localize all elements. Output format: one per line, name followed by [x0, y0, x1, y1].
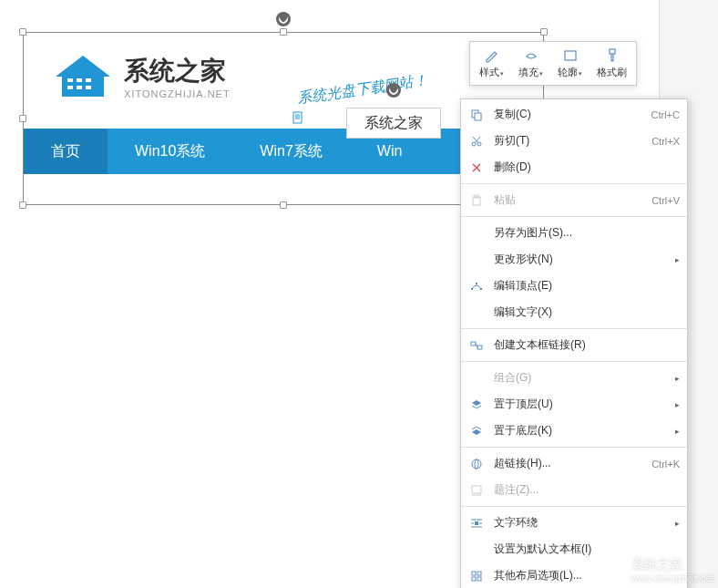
fill-button[interactable]: 填充▾ [511, 44, 550, 83]
menu-hyperlink[interactable]: 超链接(H)... Ctrl+K [461, 450, 687, 477]
menu-separator [461, 183, 687, 184]
menu-delete[interactable]: 删除(D) [461, 154, 687, 181]
resize-handle-bl[interactable] [19, 201, 26, 209]
svg-rect-6 [293, 112, 302, 123]
menu-group-label: 组合(G) [494, 370, 675, 386]
menu-separator [461, 506, 687, 507]
rotation-handle-main[interactable] [276, 12, 291, 26]
outline-label: 轮廓 [558, 67, 578, 77]
svg-rect-23 [480, 288, 482, 290]
textbox-content: 系统之家 [364, 114, 423, 133]
logo-text-english: XITONGZHIJIA.NET [124, 88, 231, 99]
menu-bring-to-top-label: 置于顶层(U) [494, 397, 675, 412]
svg-point-28 [472, 459, 481, 469]
copy-icon [468, 108, 485, 122]
menu-cut[interactable]: 剪切(T) Ctrl+X [461, 128, 687, 154]
menu-text-wrap[interactable]: 文字环绕 ▸ [461, 510, 687, 536]
resize-handle-ml[interactable] [19, 115, 26, 122]
menu-separator [461, 361, 687, 362]
svg-rect-11 [610, 49, 615, 54]
vertex-icon [468, 279, 485, 294]
menu-edit-text-label: 编辑文字(X) [494, 304, 680, 320]
anchor-icon [292, 111, 304, 129]
svg-rect-13 [475, 113, 481, 120]
menu-bring-to-bottom[interactable]: 置于底层(K) ▸ [461, 418, 687, 444]
menu-paste-shortcut: Ctrl+V [651, 195, 680, 206]
menu-group: 组合(G) ▸ [461, 365, 687, 391]
layout-icon [468, 569, 485, 583]
watermark-text: 系统之家 [631, 557, 713, 573]
watermark-logo-icon [600, 559, 627, 582]
menu-separator [461, 216, 687, 217]
submenu-arrow-icon: ▸ [675, 255, 680, 264]
resize-handle-tl[interactable] [19, 28, 26, 36]
menu-bring-to-top[interactable]: 置于顶层(U) ▸ [461, 391, 687, 418]
menu-paste: 粘贴 Ctrl+V [461, 187, 687, 213]
svg-rect-40 [477, 577, 481, 581]
style-label: 样式 [479, 67, 499, 77]
format-toolbar: 样式▾ 填充▾ 轮廓▾ 格式刷 [469, 41, 637, 86]
hyperlink-icon [468, 457, 485, 471]
layer-bottom-icon [468, 424, 485, 438]
fill-label: 填充 [518, 67, 538, 77]
nav-win7: Win7系统 [232, 129, 349, 174]
menu-copy[interactable]: 复制(C) Ctrl+C [461, 101, 687, 128]
menu-set-default-textbox-label: 设置为默认文本框(I) [494, 542, 680, 557]
submenu-arrow-icon: ▸ [675, 400, 680, 409]
context-menu: 复制(C) Ctrl+C 剪切(T) Ctrl+X 删除(D) 粘贴 Ctrl+… [460, 98, 688, 588]
textbox-object[interactable]: 系统之家 [346, 108, 441, 139]
submenu-arrow-icon: ▸ [675, 519, 680, 528]
submenu-arrow-icon: ▸ [675, 374, 680, 383]
rotation-handle-textbox[interactable] [386, 83, 401, 98]
menu-save-as-image[interactable]: 另存为图片(S)... [461, 220, 687, 246]
svg-rect-25 [471, 342, 476, 346]
menu-hyperlink-shortcut: Ctrl+K [651, 459, 680, 469]
menu-separator [461, 328, 687, 329]
menu-save-as-image-label: 另存为图片(S)... [494, 225, 680, 241]
svg-rect-1 [77, 78, 82, 82]
outline-button[interactable]: 轮廓▾ [550, 44, 590, 83]
textbox-link-icon [468, 338, 485, 353]
svg-rect-2 [86, 78, 91, 82]
logo-text-chinese: 系统之家 [124, 54, 231, 88]
text-wrap-icon [468, 516, 485, 531]
watermark: 系统之家 www.xitongzhijia.net [600, 557, 713, 583]
outline-icon [561, 47, 580, 64]
menu-change-shape[interactable]: 更改形状(N) ▸ [461, 246, 687, 273]
menu-paste-label: 粘贴 [494, 192, 651, 208]
svg-rect-26 [477, 346, 482, 349]
format-painter-button[interactable]: 格式刷 [590, 44, 634, 83]
menu-bring-to-bottom-label: 置于底层(K) [494, 423, 675, 438]
resize-handle-tc[interactable] [280, 28, 287, 36]
svg-rect-38 [477, 572, 481, 575]
layer-top-icon [468, 397, 485, 412]
menu-hyperlink-label: 超链接(H)... [494, 456, 651, 471]
website-logo-icon [51, 51, 115, 101]
menu-create-textbox-link[interactable]: 创建文本框链接(R) [461, 332, 687, 358]
menu-cut-shortcut: Ctrl+X [651, 136, 680, 147]
svg-rect-37 [472, 572, 476, 575]
resize-handle-tr[interactable] [540, 28, 548, 36]
svg-rect-3 [67, 86, 73, 89]
menu-separator [461, 447, 687, 448]
fill-icon [522, 47, 540, 64]
menu-caption-label: 题注(Z)... [494, 482, 680, 498]
svg-rect-32 [475, 521, 478, 525]
resize-handle-bc[interactable] [280, 201, 287, 209]
style-button[interactable]: 样式▾ [472, 44, 511, 83]
delete-icon [468, 160, 485, 175]
svg-rect-24 [476, 283, 477, 284]
menu-edit-vertex[interactable]: 编辑顶点(E) [461, 273, 687, 299]
menu-edit-vertex-label: 编辑顶点(E) [494, 278, 680, 294]
menu-copy-label: 复制(C) [494, 107, 651, 122]
menu-caption: 题注(Z)... [461, 477, 687, 503]
menu-copy-shortcut: Ctrl+C [651, 109, 680, 120]
format-painter-label: 格式刷 [597, 67, 627, 77]
nav-win10: Win10系统 [108, 129, 232, 174]
svg-rect-5 [86, 86, 91, 89]
pen-icon [483, 47, 501, 64]
svg-rect-39 [472, 577, 476, 581]
svg-rect-4 [77, 86, 82, 89]
menu-edit-text[interactable]: 编辑文字(X) [461, 299, 687, 325]
caption-icon [468, 483, 485, 498]
